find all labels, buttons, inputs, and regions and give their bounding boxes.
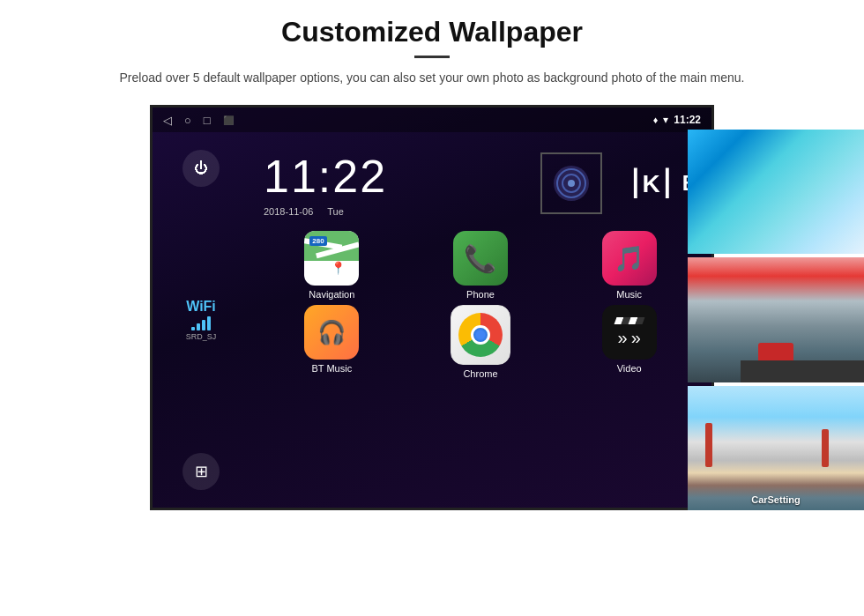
status-bar-left: ◁ ○ □ ⬛	[163, 114, 234, 127]
date-value: 2018-11-06	[264, 206, 313, 217]
wifi-bar-2	[197, 323, 200, 330]
bridge-tower-left	[705, 423, 712, 466]
clapper-chevrons: » »	[618, 328, 641, 348]
app-item-video[interactable]: » » Video	[557, 305, 701, 379]
map-badge: 280	[309, 236, 326, 246]
status-bar-right: ♦ ▾ 11:22	[653, 114, 701, 126]
wifi-ssid: SRD_SJ	[186, 332, 217, 341]
wifi-bar-3	[202, 320, 205, 330]
wallpaper-city[interactable]	[688, 257, 864, 382]
chrome-inner-circle	[471, 325, 490, 345]
chrome-label: Chrome	[463, 368, 497, 379]
map-pin-icon: 📍	[331, 261, 346, 275]
bridge-tower-right	[822, 429, 829, 466]
wifi-bar-4	[207, 316, 211, 330]
broadcast-widget[interactable]	[540, 152, 602, 214]
wifi-bars	[186, 316, 217, 330]
navigation-icon: 280 📍	[304, 231, 359, 286]
phone-label: Phone	[466, 289, 495, 300]
page-title: Customized Wallpaper	[53, 16, 811, 48]
app-item-chrome[interactable]: Chrome	[409, 305, 553, 379]
left-sidebar: ⏻ WiFi SRD_SJ ⊞	[153, 132, 250, 508]
wifi-widget: WiFi SRD_SJ	[186, 299, 217, 341]
signal-icon: ▾	[663, 114, 668, 126]
device-wrapper: ◁ ○ □ ⬛ ♦ ▾ 11:22 ⏻ WiFi	[0, 105, 864, 510]
app-grid: 280 📍 Navigation 📞 Phone	[255, 231, 706, 379]
wifi-label: WiFi	[186, 299, 217, 315]
chevron-1: »	[618, 328, 628, 348]
apps-grid-button[interactable]: ⊞	[182, 453, 220, 490]
back-icon: ◁	[163, 114, 172, 127]
screenshot-icon: ⬛	[223, 115, 234, 125]
chrome-icon	[451, 305, 510, 365]
clapper-board: » »	[615, 317, 644, 348]
screen-content: ⏻ WiFi SRD_SJ ⊞	[153, 132, 711, 508]
wallpaper-bridge[interactable]: CarSetting	[688, 386, 864, 510]
home-icon: ○	[184, 114, 191, 127]
building-base	[741, 360, 864, 382]
app-item-btmusic[interactable]: 🎧 BT Music	[260, 305, 404, 379]
broadcast-inner	[554, 166, 589, 201]
grid-icon: ⊞	[195, 462, 208, 481]
app-item-phone[interactable]: 📞 Phone	[409, 231, 553, 300]
status-bar: ◁ ○ □ ⬛ ♦ ▾ 11:22	[153, 108, 711, 132]
day-value: Tue	[327, 206, 344, 217]
location-icon: ♦	[653, 115, 659, 125]
phone-symbol: 📞	[464, 243, 496, 274]
music-label: Music	[616, 289, 642, 300]
chrome-outer-ring	[458, 313, 503, 357]
status-time: 11:22	[674, 114, 701, 126]
btmusic-icon: 🎧	[304, 305, 359, 360]
video-label: Video	[617, 363, 642, 374]
power-icon: ⏻	[194, 160, 208, 176]
wifi-bar-1	[191, 327, 195, 330]
chevron-2: »	[631, 328, 641, 348]
k-icon[interactable]: ⎮K⎮	[629, 169, 673, 198]
center-panel: 11:22 2018-11-06 Tue	[250, 132, 711, 508]
clapper-top	[615, 317, 644, 324]
music-icon: 🎵	[602, 231, 657, 286]
bt-symbol: 🎧	[317, 319, 346, 346]
wallpaper-previews: CarSetting	[688, 130, 864, 510]
navigation-label: Navigation	[309, 289, 354, 300]
app-item-navigation[interactable]: 280 📍 Navigation	[260, 231, 404, 300]
wallpaper-ice[interactable]	[688, 130, 864, 254]
clock-date: 2018-11-06 Tue	[264, 206, 387, 217]
android-screen: ◁ ○ □ ⬛ ♦ ▾ 11:22 ⏻ WiFi	[150, 105, 714, 510]
title-divider	[414, 56, 450, 58]
recents-icon: □	[204, 114, 211, 127]
video-icon: » »	[602, 305, 657, 360]
page-description: Preload over 5 default wallpaper options…	[53, 69, 811, 87]
app-item-music[interactable]: 🎵 Music	[557, 231, 701, 300]
btmusic-label: BT Music	[312, 363, 353, 374]
clock-widget: 11:22 2018-11-06 Tue	[255, 141, 706, 231]
phone-icon: 📞	[453, 231, 508, 286]
music-symbol: 🎵	[614, 244, 644, 273]
page-header: Customized Wallpaper Preload over 5 defa…	[0, 0, 864, 98]
clock-display: 11:22 2018-11-06 Tue	[264, 150, 387, 217]
clock-time: 11:22	[264, 150, 387, 203]
carsetting-label: CarSetting	[688, 494, 864, 505]
power-button[interactable]: ⏻	[182, 150, 220, 187]
